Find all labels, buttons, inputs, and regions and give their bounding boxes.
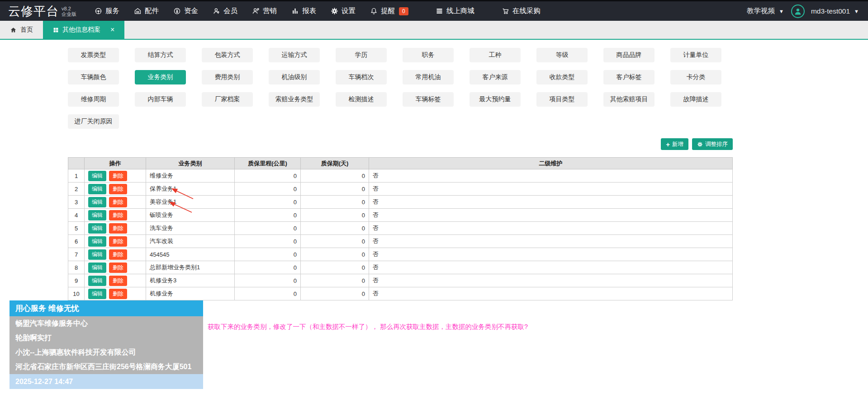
edit-button[interactable]: 编辑 <box>88 236 106 247</box>
category-button[interactable]: 最大预约量 <box>470 92 521 107</box>
top-navbar: 云修平台 v8.2 企业版 服务配件资金会员营销报表设置提醒0线上商城在线采购 … <box>0 0 868 21</box>
nav-item-online-mall[interactable]: 线上商城 <box>428 6 482 16</box>
delete-button[interactable]: 删除 <box>109 210 127 220</box>
category-button[interactable]: 工种 <box>470 48 521 62</box>
category-button[interactable]: 职务 <box>403 48 454 62</box>
nav-item-settings[interactable]: 设置 <box>323 6 363 16</box>
category-button[interactable]: 客户来源 <box>470 70 521 84</box>
category-button[interactable]: 机油级别 <box>269 70 320 84</box>
row-actions: 编辑删除 <box>85 274 146 287</box>
popup-line: 小沈--上海驷惠软件科技开发有限公司 <box>9 345 203 360</box>
delete-button[interactable]: 删除 <box>109 184 127 194</box>
plus-icon: + <box>666 141 670 148</box>
delete-button[interactable]: 删除 <box>109 276 127 286</box>
nav-item-funds[interactable]: 资金 <box>166 6 205 16</box>
nav-item-reports[interactable]: 报表 <box>284 6 323 16</box>
nav-item-reminders[interactable]: 提醒0 <box>363 6 416 16</box>
category-button[interactable]: 收款类型 <box>536 70 588 84</box>
add-button[interactable]: + 新增 <box>661 138 688 150</box>
adjust-sort-button[interactable]: 调整排序 <box>692 138 733 150</box>
delete-button[interactable]: 删除 <box>109 223 127 234</box>
edit-button[interactable]: 编辑 <box>88 262 106 273</box>
warranty-mileage: 0 <box>235 261 301 274</box>
category-button[interactable]: 内部车辆 <box>135 92 186 107</box>
row-index: 5 <box>68 222 85 235</box>
edit-button[interactable]: 编辑 <box>88 249 106 260</box>
secondary-maintenance: 否 <box>369 169 733 183</box>
popup-timestamp: 2025-12-27 14:47 <box>9 374 203 389</box>
category-button[interactable]: 卡分类 <box>670 70 721 84</box>
category-button[interactable]: 项目类型 <box>536 92 588 107</box>
edit-button[interactable]: 编辑 <box>88 184 106 194</box>
category-button[interactable]: 包装方式 <box>202 48 253 62</box>
delete-button[interactable]: 删除 <box>109 197 127 207</box>
category-button[interactable]: 索赔业务类型 <box>269 92 320 107</box>
shop-info-popup: 用心服务 维修无忧 畅盟汽车维修服务中心轮胎啊实打小沈--上海驷惠软件科技开发有… <box>9 300 203 389</box>
category-button[interactable]: 进厂关闭原因 <box>68 114 119 129</box>
category-button[interactable]: 厂家档案 <box>202 92 253 107</box>
delete-button[interactable]: 删除 <box>109 249 127 260</box>
nav-item-marketing[interactable]: 营销 <box>245 6 284 16</box>
category-button[interactable]: 其他索赔项目 <box>603 92 655 107</box>
tab-other-info-archive[interactable]: 其他信息档案 × <box>43 21 124 39</box>
nav-item-members[interactable]: 会员 <box>205 6 245 16</box>
category-button[interactable]: 常用机油 <box>403 70 454 84</box>
warranty-days: 0 <box>301 169 369 183</box>
category-button[interactable]: 车辆颜色 <box>68 70 119 84</box>
category-button[interactable]: 费用类别 <box>202 70 253 84</box>
close-icon[interactable]: × <box>110 26 114 34</box>
category-button[interactable]: 运输方式 <box>269 48 320 62</box>
category-button[interactable]: 车辆标签 <box>403 92 454 107</box>
business-category-name: 汽车改装 <box>146 235 235 248</box>
category-button[interactable]: 计量单位 <box>670 48 721 62</box>
bell-icon <box>370 7 378 15</box>
row-index: 1 <box>68 169 85 183</box>
row-index: 10 <box>68 287 85 300</box>
category-button[interactable]: 学历 <box>336 48 387 62</box>
warranty-mileage: 0 <box>235 209 301 222</box>
delete-button[interactable]: 删除 <box>109 171 127 181</box>
category-button[interactable]: 客户标签 <box>603 70 655 84</box>
nav-item-services[interactable]: 服务 <box>87 6 127 16</box>
marketer-icon <box>252 7 260 15</box>
row-index: 4 <box>68 209 85 222</box>
category-button[interactable]: 维修周期 <box>68 92 119 107</box>
bar-chart-icon <box>291 7 299 15</box>
category-button[interactable]: 业务类别 <box>135 70 186 84</box>
gear-icon <box>331 7 338 15</box>
tab-home[interactable]: 首页 <box>0 21 43 39</box>
chevron-down-icon: ▼ <box>854 9 859 14</box>
table-row: 7编辑删除45454500否 <box>68 248 733 261</box>
edit-button[interactable]: 编辑 <box>88 197 106 207</box>
delete-button[interactable]: 删除 <box>109 262 127 273</box>
brand: 云修平台 v8.2 企业版 <box>8 3 76 19</box>
category-button[interactable]: 商品品牌 <box>603 48 655 62</box>
nav-item-online-purchase[interactable]: 在线采购 <box>494 6 548 16</box>
help-video-menu[interactable]: 教学视频 ▼ <box>745 6 786 16</box>
edit-button[interactable]: 编辑 <box>88 276 106 286</box>
category-button[interactable]: 车辆档次 <box>336 70 387 84</box>
avatar[interactable] <box>791 5 805 18</box>
warranty-days: 0 <box>301 235 369 248</box>
secondary-maintenance: 否 <box>369 261 733 274</box>
user-icon <box>793 7 802 16</box>
category-button[interactable]: 发票类型 <box>68 48 119 62</box>
table-row: 1编辑删除维修业务00否 <box>68 169 733 183</box>
category-button[interactable]: 结算方式 <box>135 48 186 62</box>
category-button[interactable]: 检测描述 <box>336 92 387 107</box>
category-button[interactable]: 故障描述 <box>670 92 721 107</box>
table-row: 10编辑删除机修业务00否 <box>68 287 733 300</box>
edit-button[interactable]: 编辑 <box>88 171 106 181</box>
nav-item-parts[interactable]: 配件 <box>127 6 166 16</box>
edit-button[interactable]: 编辑 <box>88 289 106 299</box>
index-column-header <box>68 158 85 169</box>
business-category-name: 洗车业务 <box>146 222 235 235</box>
delete-button[interactable]: 删除 <box>109 236 127 247</box>
edit-button[interactable]: 编辑 <box>88 210 106 220</box>
category-button[interactable]: 等级 <box>536 48 588 62</box>
warranty-mileage: 0 <box>235 274 301 287</box>
pink-note-text: 获取下来的业务类别，修改了一下（和主数据不一样了）， 那么再次获取主数据，主数据… <box>208 323 528 331</box>
edit-button[interactable]: 编辑 <box>88 223 106 234</box>
delete-button[interactable]: 删除 <box>109 289 127 299</box>
user-menu[interactable]: md3-test001 ▼ <box>810 7 860 15</box>
